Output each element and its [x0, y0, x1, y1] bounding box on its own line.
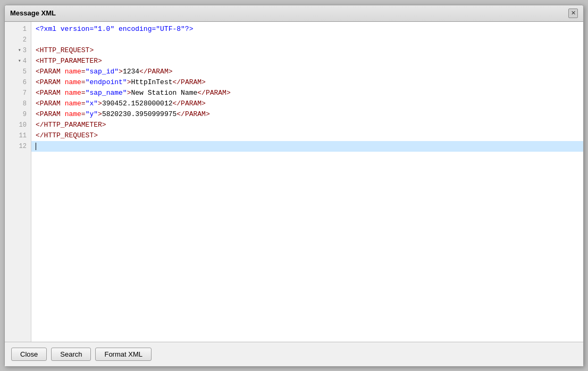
text-cursor: [36, 143, 36, 150]
line-number: 11: [5, 130, 31, 141]
line-number: ▾3: [5, 45, 31, 56]
code-line[interactable]: <HTTP_REQUEST>: [31, 45, 583, 56]
close-button[interactable]: Close: [11, 348, 47, 361]
fold-indicator[interactable]: ▾: [16, 56, 23, 67]
code-line[interactable]: <?xml version="1.0" encoding="UTF-8"?>: [31, 24, 583, 35]
code-line[interactable]: <PARAM name="sap_name">New Station Name<…: [31, 88, 583, 98]
line-numbers: 12▾3▾456789101112: [5, 22, 31, 342]
line-number: 6: [5, 77, 31, 88]
dialog-close-button[interactable]: ✕: [568, 9, 578, 18]
line-number: 1: [5, 24, 31, 35]
footer-toolbar: Close Search Format XML: [5, 342, 583, 366]
line-number: 8: [5, 98, 31, 109]
xml-editor: 12▾3▾456789101112 <?xml version="1.0" en…: [5, 22, 583, 342]
format-xml-button[interactable]: Format XML: [95, 348, 152, 361]
code-line[interactable]: <PARAM name="endpoint">HttpInTest</PARAM…: [31, 77, 583, 88]
fold-indicator[interactable]: ▾: [16, 45, 23, 56]
title-bar: Message XML ✕: [5, 5, 583, 22]
code-line[interactable]: </HTTP_REQUEST>: [31, 130, 583, 141]
dialog-title: Message XML: [10, 9, 56, 17]
message-xml-dialog: Message XML ✕ 12▾3▾456789101112 <?xml ve…: [4, 5, 584, 367]
line-number: 12: [5, 141, 31, 152]
line-number: 5: [5, 67, 31, 77]
code-line[interactable]: [31, 141, 583, 152]
code-line[interactable]: <PARAM name="x">390452.1528000012</PARAM…: [31, 98, 583, 109]
line-number: 7: [5, 88, 31, 98]
search-button[interactable]: Search: [51, 348, 91, 361]
xml-content-area[interactable]: 12▾3▾456789101112 <?xml version="1.0" en…: [5, 22, 583, 342]
code-line[interactable]: <HTTP_PARAMETER>: [31, 56, 583, 67]
code-line[interactable]: <PARAM name="sap_id">1234</PARAM>: [31, 67, 583, 77]
line-number: ▾4: [5, 56, 31, 67]
code-line[interactable]: </HTTP_PARAMETER>: [31, 120, 583, 130]
line-number: 10: [5, 120, 31, 130]
code-line[interactable]: [31, 35, 583, 45]
code-line[interactable]: <PARAM name="y">5820230.3950999975</PARA…: [31, 109, 583, 120]
line-number: 2: [5, 35, 31, 45]
code-lines: <?xml version="1.0" encoding="UTF-8"?><H…: [31, 22, 583, 342]
line-number: 9: [5, 109, 31, 120]
